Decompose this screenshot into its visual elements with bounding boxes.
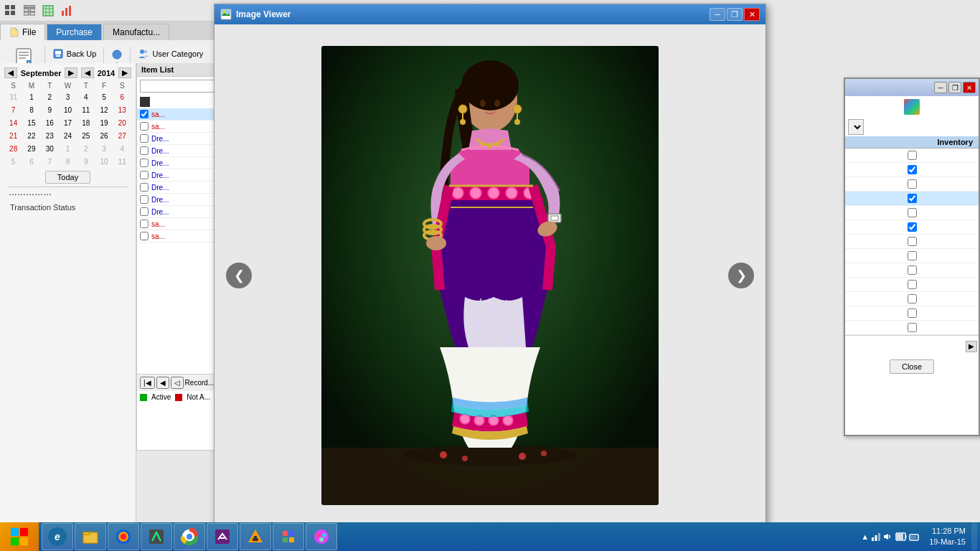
cal-date[interactable]: 14 xyxy=(4,116,22,129)
select-all-checkbox[interactable] xyxy=(140,97,150,107)
cal-date[interactable]: 9 xyxy=(77,155,95,168)
tab-manufactu[interactable]: Manufactu... xyxy=(103,24,169,40)
cal-date[interactable]: 23 xyxy=(41,129,59,142)
cal-date[interactable]: 16 xyxy=(41,116,59,129)
list-item[interactable]: Dre... xyxy=(137,194,218,206)
tab-file[interactable]: File xyxy=(0,24,45,40)
image-prev-button[interactable]: ❮ xyxy=(226,263,252,288)
inventory-select[interactable] xyxy=(848,119,864,135)
item-checkbox[interactable] xyxy=(140,134,149,143)
list-item[interactable]: Dre... xyxy=(137,133,218,145)
cal-date[interactable]: 29 xyxy=(22,142,40,155)
inventory-close-button[interactable]: Close xyxy=(890,359,934,374)
taskbar-firefox-button[interactable] xyxy=(108,523,139,550)
cal-date[interactable]: 7 xyxy=(4,103,22,116)
list-item[interactable]: Dre... xyxy=(137,157,218,169)
inventory-checkbox[interactable] xyxy=(908,265,917,275)
today-button[interactable]: Today xyxy=(45,171,90,184)
item-checkbox[interactable] xyxy=(140,195,149,204)
taskbar-ie-button[interactable]: e xyxy=(42,523,73,550)
show-desktop-button[interactable] xyxy=(971,523,977,550)
cal-date[interactable]: 18 xyxy=(77,116,95,129)
scroll-right-button[interactable]: ▶ xyxy=(966,341,977,352)
inventory-checkbox[interactable] xyxy=(908,251,917,260)
cal-date[interactable]: 9 xyxy=(41,103,59,116)
cal-date[interactable]: 5 xyxy=(4,155,22,168)
item-checkbox[interactable] xyxy=(140,220,149,228)
item-checkbox[interactable] xyxy=(140,232,149,240)
window-minimize-button[interactable]: ─ xyxy=(710,8,725,21)
list-item[interactable]: Dre... xyxy=(137,169,218,182)
inventory-checkbox[interactable] xyxy=(908,280,917,289)
window-restore-button[interactable]: ❐ xyxy=(727,8,743,21)
inventory-checkbox[interactable] xyxy=(908,237,917,246)
cal-date[interactable]: 17 xyxy=(59,116,77,129)
inventory-checkbox[interactable] xyxy=(908,151,917,160)
inventory-checkbox[interactable] xyxy=(908,323,917,332)
cal-date[interactable]: 11 xyxy=(77,103,95,116)
image-next-button[interactable]: ❯ xyxy=(728,263,754,288)
item-checkbox[interactable] xyxy=(140,207,149,216)
taskbar-vs-button[interactable] xyxy=(207,523,238,550)
cal-date[interactable]: 3 xyxy=(95,142,113,155)
nav-back-button[interactable]: ◁ xyxy=(171,377,184,389)
inventory-checkbox[interactable] xyxy=(908,208,917,217)
chart-icon[interactable] xyxy=(59,3,75,19)
popup-restore-button[interactable]: ❐ xyxy=(948,82,961,93)
cal-date[interactable]: 15 xyxy=(22,116,40,129)
inventory-checkbox[interactable] xyxy=(908,165,917,174)
nav-prev-button[interactable]: ◀ xyxy=(156,377,169,389)
cal-date[interactable]: 2 xyxy=(41,90,59,103)
cal-date[interactable]: 20 xyxy=(113,116,131,129)
item-checkbox[interactable] xyxy=(140,159,149,167)
cal-date[interactable]: 7 xyxy=(41,155,59,168)
nav-first-button[interactable]: |◀ xyxy=(140,377,155,389)
cal-date[interactable]: 3 xyxy=(59,90,77,103)
taskbar-app8-button[interactable] xyxy=(273,523,304,550)
item-checkbox[interactable] xyxy=(140,122,149,131)
cal-date[interactable]: 1 xyxy=(59,142,77,155)
cal-prev-year[interactable]: ◀ xyxy=(81,67,94,78)
cal-date[interactable]: 31 xyxy=(4,90,22,103)
list-item[interactable]: sa... xyxy=(137,108,218,121)
cal-date[interactable]: 24 xyxy=(59,129,77,142)
window-close-button[interactable]: ✕ xyxy=(744,8,760,21)
cal-next-year[interactable]: ▶ xyxy=(118,67,131,78)
cal-next-month[interactable]: ▶ xyxy=(65,67,77,78)
inventory-checkbox[interactable] xyxy=(908,222,917,232)
backup-button[interactable]: Back Up xyxy=(50,47,100,60)
cal-date[interactable]: 21 xyxy=(4,129,22,142)
taskbar-vlc-button[interactable] xyxy=(240,523,271,550)
cal-date[interactable]: 10 xyxy=(59,103,77,116)
table-icon[interactable] xyxy=(22,3,37,19)
cal-date[interactable]: 27 xyxy=(113,129,131,142)
cal-date[interactable]: 4 xyxy=(77,90,95,103)
cal-date[interactable]: 6 xyxy=(113,90,131,103)
cal-date[interactable]: 11 xyxy=(113,155,131,168)
cal-date[interactable]: 4 xyxy=(113,142,131,155)
list-item[interactable]: Dre... xyxy=(137,206,218,218)
taskbar-explorer-button[interactable] xyxy=(75,523,106,550)
tray-arrow[interactable]: ▲ xyxy=(861,532,869,541)
item-checkbox[interactable] xyxy=(140,146,149,155)
item-checkbox[interactable] xyxy=(140,110,149,118)
list-item[interactable]: sa... xyxy=(137,218,218,230)
taskbar-paint-button[interactable] xyxy=(306,523,337,550)
inventory-checkbox[interactable] xyxy=(908,294,917,303)
inventory-checkbox[interactable] xyxy=(908,194,917,203)
item-search-input[interactable] xyxy=(140,80,215,93)
cal-date[interactable]: 6 xyxy=(22,155,40,168)
inventory-checkbox[interactable] xyxy=(908,179,917,189)
cal-date[interactable]: 8 xyxy=(22,103,40,116)
user-category-button[interactable]: User Category xyxy=(135,47,208,60)
popup-close-button[interactable]: ✕ xyxy=(963,82,976,93)
list-item[interactable]: sa... xyxy=(137,121,218,133)
cal-date[interactable]: 25 xyxy=(77,129,95,142)
taskbar-app4-button[interactable] xyxy=(141,523,172,550)
spreadsheet-icon[interactable] xyxy=(40,3,56,19)
cal-date[interactable]: 8 xyxy=(59,155,77,168)
cal-prev-month[interactable]: ◀ xyxy=(4,67,17,78)
item-checkbox[interactable] xyxy=(140,183,149,192)
taskbar-chrome-button[interactable] xyxy=(174,523,205,550)
start-button[interactable] xyxy=(0,522,39,551)
